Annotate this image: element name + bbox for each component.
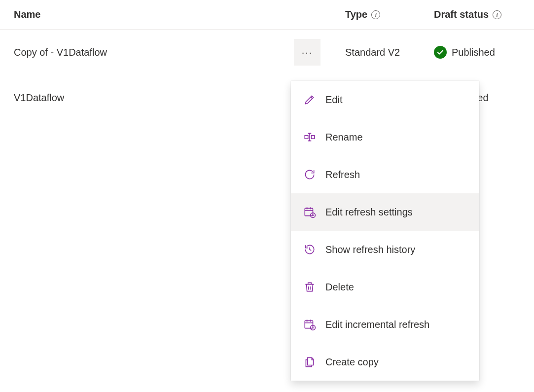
calendar-clock-icon	[303, 318, 317, 331]
menu-item-edit[interactable]: Edit	[291, 81, 479, 118]
column-header-status-label: Draft status	[434, 9, 489, 20]
info-icon[interactable]: i	[493, 10, 501, 19]
menu-item-label: Edit incremental refresh	[325, 319, 429, 330]
row-status: Published	[434, 46, 534, 59]
delete-icon	[303, 280, 317, 294]
menu-item-edit-refresh-settings[interactable]: Edit refresh settings	[291, 193, 479, 231]
menu-item-refresh[interactable]: Refresh	[291, 156, 479, 193]
menu-item-rename[interactable]: Rename	[291, 118, 479, 156]
menu-item-create-copy[interactable]: Create copy	[291, 343, 479, 381]
copy-icon	[303, 355, 317, 369]
row-status-label: Published	[452, 47, 495, 58]
table-header-row: Name Type i Draft status i	[0, 0, 534, 30]
history-icon	[303, 243, 317, 256]
column-header-status[interactable]: Draft status i	[434, 9, 534, 20]
rename-icon	[303, 130, 317, 144]
menu-item-label: Rename	[325, 132, 363, 143]
menu-item-label: Edit refresh settings	[325, 207, 413, 218]
table-row[interactable]: Copy of - V1Dataflow ··· Standard V2 Pub…	[0, 30, 534, 75]
calendar-clock-icon	[303, 205, 317, 219]
menu-item-label: Edit	[325, 94, 342, 106]
refresh-icon	[303, 168, 317, 181]
row-name: V1Dataflow	[0, 92, 294, 104]
svg-rect-2	[305, 321, 313, 328]
column-header-type-label: Type	[345, 9, 367, 20]
row-actions: ···	[294, 39, 345, 66]
info-icon[interactable]: i	[371, 10, 380, 19]
menu-item-edit-incremental-refresh[interactable]: Edit incremental refresh	[291, 306, 479, 343]
row-type: Standard V2	[345, 47, 434, 58]
context-menu: Edit Rename Refresh Edit refresh setting…	[291, 81, 479, 381]
column-header-name[interactable]: Name	[0, 9, 345, 20]
more-actions-button[interactable]: ···	[294, 39, 320, 66]
ellipsis-icon: ···	[302, 47, 313, 58]
menu-item-label: Delete	[325, 282, 354, 293]
menu-item-show-refresh-history[interactable]: Show refresh history	[291, 231, 479, 268]
column-header-type[interactable]: Type i	[345, 9, 434, 20]
menu-item-label: Refresh	[325, 169, 360, 180]
menu-item-delete[interactable]: Delete	[291, 268, 479, 306]
check-circle-icon	[434, 46, 447, 59]
svg-rect-0	[305, 208, 313, 215]
edit-icon	[303, 93, 317, 107]
menu-item-label: Create copy	[325, 356, 379, 368]
row-name: Copy of - V1Dataflow	[0, 47, 294, 58]
menu-item-label: Show refresh history	[325, 244, 415, 255]
